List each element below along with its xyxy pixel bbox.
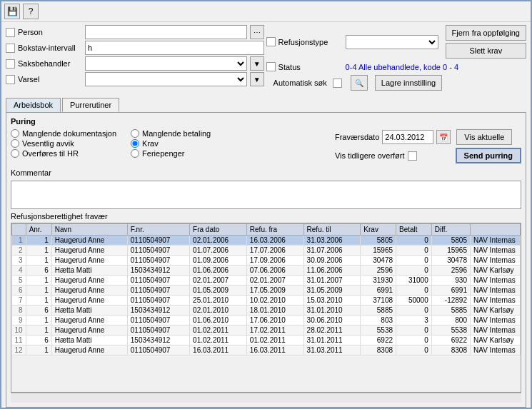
save-toolbar-button[interactable]: 💾 (4, 4, 20, 19)
cell-org: NAV Internas (471, 325, 521, 335)
cell-diff: 800 (431, 315, 470, 325)
person-checkbox[interactable] (6, 28, 15, 37)
filter-left: Person ⋯ Bokstav-intervall Saksbehandler… (6, 25, 264, 92)
row-num: 3 (12, 256, 26, 266)
cell-anr: 6 (26, 306, 51, 315)
radio-manglende-dok-input[interactable] (11, 129, 19, 138)
horizontal-scrollbar[interactable] (11, 393, 521, 403)
refusjon-select[interactable] (346, 35, 438, 49)
table-row[interactable]: 10 1 Haugerud Anne 0110504907 01.02.2011… (12, 325, 521, 335)
saksbehandler-checkbox[interactable] (6, 59, 15, 69)
vis-aktuelle-button[interactable]: Vis aktuelle (456, 129, 512, 145)
radio-vesentlig-label: Vesentlig avvik (22, 139, 74, 148)
table-row[interactable]: 5 1 Haugerud Anne 0110504907 02.01.2007 … (12, 276, 521, 286)
tab-arbeidsbok[interactable]: Arbeidsbok (6, 98, 61, 112)
tab-purrerutiner[interactable]: Purrerutiner (62, 98, 119, 112)
col-navn[interactable]: Navn (51, 224, 127, 236)
cell-navn: Hætta Matti (51, 306, 127, 315)
slett-button[interactable]: Slett krav (446, 43, 526, 59)
row-num: 1 (12, 236, 26, 246)
col-refu-til[interactable]: Refu. til (303, 224, 361, 236)
saksbehandler-arrow[interactable]: ▼ (250, 56, 264, 71)
table-row[interactable]: 8 6 Hætta Matti 1503434912 02.01.2010 18… (12, 306, 521, 315)
cell-anr: 1 (26, 315, 51, 325)
cell-refu-fra: 01.02.2011 (246, 335, 303, 345)
lagre-button[interactable]: Lagre innstilling (375, 75, 442, 91)
table-header-row: Anr. Navn F.nr. Fra dato Refu. fra Refu.… (12, 224, 521, 236)
refusjon-label: Refusjonstype (278, 38, 343, 46)
cell-betalt: 0 (396, 306, 432, 315)
col-refu-fra[interactable]: Refu. fra (246, 224, 303, 236)
table-row[interactable]: 6 1 Haugerud Anne 0110504907 01.05.2009 … (12, 286, 521, 296)
send-purring-button[interactable]: Send purring (456, 148, 521, 163)
cell-diff: 30478 (431, 256, 470, 266)
help-toolbar-button[interactable]: ? (23, 4, 39, 19)
varsel-arrow[interactable]: ▼ (250, 72, 264, 86)
cell-fnr: 0110504907 (127, 236, 189, 246)
cell-fnr: 0110504907 (127, 345, 189, 355)
status-checkbox[interactable] (266, 62, 276, 71)
cell-navn: Haugerud Anne (51, 246, 127, 256)
radio-feriepenger-input[interactable] (131, 149, 139, 158)
person-input[interactable] (85, 25, 247, 39)
table-row[interactable]: 9 1 Haugerud Anne 0110504907 01.06.2010 … (12, 315, 521, 325)
vis-tidligere-checkbox[interactable] (408, 151, 417, 161)
varsel-select[interactable] (85, 72, 247, 86)
cell-navn: Haugerud Anne (51, 286, 127, 296)
table-container[interactable]: Anr. Navn F.nr. Fra dato Refu. fra Refu.… (11, 223, 521, 393)
cell-navn: Haugerud Anne (51, 296, 127, 306)
cell-refu-til: 31.01.2011 (303, 335, 361, 345)
person-search-button[interactable]: ⋯ (250, 25, 264, 39)
fravarsdato-input[interactable] (382, 130, 433, 144)
kommentar-textarea[interactable] (11, 181, 521, 209)
radio-overfores: Overføres til HR (11, 149, 116, 158)
cell-refu-til: 31.03.2006 (303, 236, 361, 246)
cell-fra: 02.01.2007 (190, 276, 247, 286)
cell-fnr: 1503434912 (127, 335, 189, 345)
table-row[interactable]: 12 1 Haugerud Anne 0110504907 16.03.2011… (12, 345, 521, 355)
varsel-checkbox[interactable] (6, 75, 15, 84)
filter-area: Person ⋯ Bokstav-intervall Saksbehandler… (1, 22, 531, 95)
fjern-button[interactable]: Fjern fra oppfølging (446, 25, 526, 41)
table-row[interactable]: 3 1 Haugerud Anne 0110504907 01.09.2006 … (12, 256, 521, 266)
cell-refu-til: 15.03.2010 (303, 296, 361, 306)
search-button[interactable]: 🔍 (351, 75, 368, 91)
radio-overfores-input[interactable] (11, 149, 19, 158)
refusjon-checkbox[interactable] (266, 37, 276, 46)
row-num: 11 (12, 335, 26, 345)
puring-section: Puring Manglende dokumentasjon Vesentlig… (11, 117, 521, 209)
cell-refu-fra: 10.02.2010 (246, 296, 303, 306)
calendar-button[interactable]: 📅 (436, 130, 451, 144)
cell-anr: 1 (26, 256, 51, 266)
bokstav-input[interactable] (85, 41, 264, 55)
automatisk-label: Automatisk søk (273, 79, 327, 87)
col-diff[interactable]: Diff. (431, 224, 470, 236)
table-row[interactable]: 7 1 Haugerud Anne 0110504907 25.01.2010 … (12, 296, 521, 306)
col-anr[interactable]: Anr. (26, 224, 51, 236)
col-fnr[interactable]: F.nr. (127, 224, 189, 236)
col-betalt[interactable]: Betalt (396, 224, 432, 236)
cell-org: NAV Karlsøy (471, 266, 521, 276)
table-row[interactable]: 2 1 Haugerud Anne 0110504907 01.07.2006 … (12, 246, 521, 256)
col-fra[interactable]: Fra dato (190, 224, 247, 236)
saksbehandler-select[interactable] (85, 56, 247, 71)
cell-fnr: 0110504907 (127, 286, 189, 296)
table-row[interactable]: 4 6 Hætta Matti 1503434912 01.06.2006 07… (12, 266, 521, 276)
cell-fra: 25.01.2010 (190, 296, 247, 306)
col-krav[interactable]: Krav (361, 224, 396, 236)
cell-org: NAV Internas (471, 315, 521, 325)
radio-manglende-bet-input[interactable] (131, 129, 139, 138)
cell-diff: 2596 (431, 266, 470, 276)
cell-krav: 37108 (361, 296, 396, 306)
cell-anr: 1 (26, 345, 51, 355)
col-org[interactable] (471, 224, 521, 236)
table-row[interactable]: 1 1 Haugerud Anne 0110504907 02.01.2006 … (12, 236, 521, 246)
radio-vesentlig-input[interactable] (11, 139, 19, 148)
bokstav-checkbox[interactable] (6, 44, 15, 53)
radio-krav-input[interactable] (131, 139, 139, 148)
table-row[interactable]: 11 6 Hætta Matti 1503434912 01.02.2011 0… (12, 335, 521, 345)
cell-betalt: 0 (396, 325, 432, 335)
cell-refu-til: 31.03.2011 (303, 345, 361, 355)
automatisk-checkbox[interactable] (333, 79, 342, 88)
row-num: 7 (12, 296, 26, 306)
